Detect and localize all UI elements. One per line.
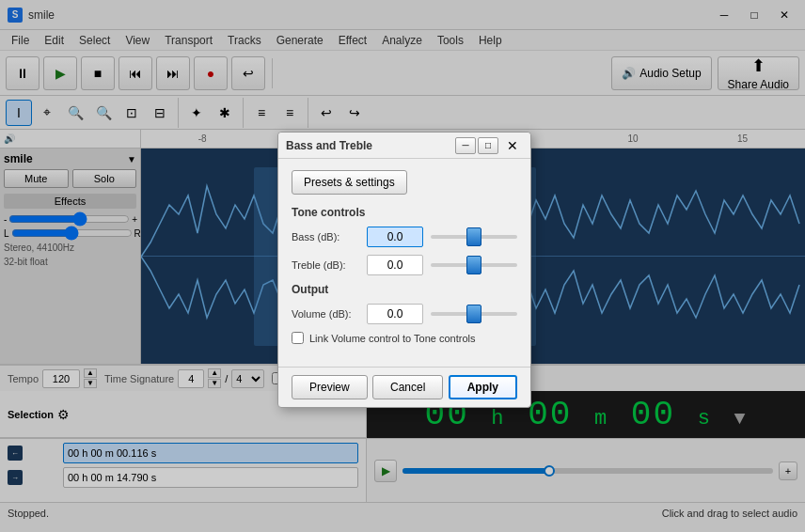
dialog-body: Presets & settings Tone controls Bass (d… [278,159,530,367]
output-label: Output [292,283,517,296]
link-label: Link Volume control to Tone controls [309,333,476,344]
cancel-button[interactable]: Cancel [372,375,443,399]
dialog-minimize-button[interactable]: ─ [455,137,476,154]
bass-slider-thumb[interactable] [466,227,481,246]
dialog-win-btns: ─ □ [455,137,498,154]
link-checkbox-row: Link Volume control to Tone controls [292,332,517,344]
link-checkbox[interactable] [292,332,304,344]
bass-label: Bass (dB): [292,231,367,243]
bass-value: 0.0 [387,230,403,243]
modal-overlay: Bass and Treble ─ □ ✕ Presets & settings… [0,0,805,532]
bass-value-box[interactable]: 0.0 [367,227,423,247]
treble-slider-thumb[interactable] [466,256,481,274]
dialog-buttons: Preview Cancel Apply [278,367,530,407]
dialog-title: Bass and Treble [286,139,455,152]
volume-value-box[interactable]: 0.0 [367,304,423,324]
volume-slider-wrap [431,304,517,324]
tone-controls-label: Tone controls [292,206,517,219]
volume-value: 0.0 [387,307,403,321]
volume-slider-track[interactable] [431,312,517,316]
dialog-titlebar: Bass and Treble ─ □ ✕ [278,133,530,159]
treble-slider-wrap [431,255,517,275]
treble-value-box[interactable]: 0.0 [367,255,423,275]
bass-slider-track[interactable] [431,235,517,239]
treble-value: 0.0 [387,258,403,272]
volume-label: Volume (dB): [292,308,367,320]
treble-label: Treble (dB): [292,259,367,271]
volume-row: Volume (dB): 0.0 [292,304,517,324]
bass-row: Bass (dB): 0.0 [292,227,517,247]
dialog-maximize-button[interactable]: □ [478,137,498,154]
volume-slider-thumb[interactable] [466,305,481,323]
preview-button[interactable]: Preview [292,375,368,399]
dialog-close-button[interactable]: ✕ [502,137,523,154]
apply-button[interactable]: Apply [449,375,517,399]
bass-treble-dialog: Bass and Treble ─ □ ✕ Presets & settings… [277,132,531,408]
treble-slider-track[interactable] [431,263,517,267]
presets-settings-button[interactable]: Presets & settings [292,170,407,195]
bass-slider-wrap [431,227,517,247]
treble-row: Treble (dB): 0.0 [292,255,517,275]
